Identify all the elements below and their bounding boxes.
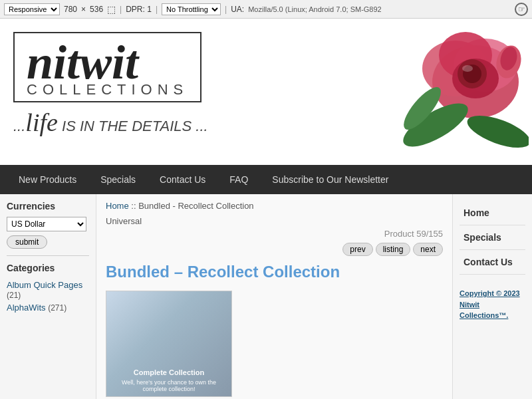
- currency-submit-button[interactable]: submit: [7, 235, 47, 249]
- tagline-life: life: [25, 108, 58, 136]
- nav-faq[interactable]: FAQ: [217, 170, 260, 189]
- separator: |: [120, 5, 122, 14]
- viewport-height: 536: [90, 5, 103, 14]
- logo-border: nitwit COLLECTIONS: [13, 32, 201, 102]
- next-button[interactable]: next: [413, 243, 443, 256]
- list-item: Album Quick Pages (21): [7, 279, 89, 301]
- product-area: Complete Collection Well, here's your ch…: [106, 291, 443, 399]
- copyright-line1: Copyright © 2023: [460, 289, 520, 297]
- sidebar-right-nav: Home Specials Contact Us: [460, 201, 525, 275]
- sidebar-right: Home Specials Contact Us Copyright © 202…: [452, 194, 532, 399]
- site-header: nitwit COLLECTIONS ...life IS IN THE DET…: [0, 19, 532, 165]
- breadcrumb-current: Bundled - Recollect Collection: [138, 201, 253, 211]
- nav-newsletter[interactable]: Subscribe to Our Newsletter: [260, 170, 400, 189]
- responsive-select[interactable]: Responsive: [4, 3, 60, 15]
- svg-point-7: [462, 65, 473, 72]
- product-nav-buttons: prev listing next: [106, 243, 443, 256]
- categories-section: Categories Album Quick Pages (21) AlphaW…: [7, 263, 89, 314]
- category-album-quick-pages[interactable]: Album Quick Pages: [7, 280, 82, 290]
- header-logo: nitwit COLLECTIONS ...life IS IN THE DET…: [13, 32, 372, 158]
- product-image: Complete Collection Well, here's your ch…: [106, 291, 232, 397]
- prev-button[interactable]: prev: [342, 243, 372, 256]
- nav-new-products[interactable]: New Products: [7, 170, 88, 189]
- throttle-select[interactable]: No Throttling: [162, 3, 221, 15]
- right-nav-home[interactable]: Home: [460, 201, 525, 225]
- tagline-pre: ...: [13, 118, 25, 134]
- copyright-link[interactable]: Nitwit Collections™.: [460, 301, 508, 320]
- nav-contact-us[interactable]: Contact Us: [148, 170, 217, 189]
- breadcrumb-home[interactable]: Home: [106, 201, 129, 211]
- sidebar-divider: [7, 255, 89, 256]
- listing-button[interactable]: listing: [376, 243, 411, 256]
- viewport-width: 780: [64, 5, 77, 14]
- nav-bar: New Products Specials Contact Us FAQ Sub…: [0, 165, 532, 194]
- image-sublabel: Well, here's your chance to own the comp…: [110, 379, 227, 392]
- categories-title[interactable]: Categories: [7, 263, 89, 273]
- viewport-x: ×: [81, 5, 86, 14]
- right-nav-contact-us[interactable]: Contact Us: [460, 250, 525, 275]
- ua-label: UA:: [231, 5, 244, 14]
- collection-title: Bundled – Recollect Collection: [106, 263, 443, 281]
- category-count: (271): [48, 303, 66, 313]
- screen-icon[interactable]: ⬚: [107, 4, 116, 15]
- main-wrapper: Currencies US Dollar submit Categories A…: [0, 194, 532, 399]
- sidebar-left: Currencies US Dollar submit Categories A…: [0, 194, 96, 399]
- separator2: |: [156, 5, 158, 14]
- right-nav-specials[interactable]: Specials: [460, 225, 525, 250]
- touch-icon[interactable]: ☞: [515, 3, 528, 16]
- browser-toolbar: Responsive 780 × 536 ⬚ | DPR: 1 | No Thr…: [0, 0, 532, 19]
- separator3: |: [225, 5, 227, 14]
- image-label: Complete Collection: [134, 368, 204, 376]
- currency-select[interactable]: US Dollar: [7, 217, 86, 231]
- dpr-label: DPR: 1: [126, 5, 152, 14]
- tagline-post: IS IN THE DETAILS ...: [62, 118, 208, 134]
- ua-value: Mozilla/5.0 (Linux; Android 7.0; SM-G892…: [248, 5, 381, 13]
- category-list: Album Quick Pages (21) AlphaWits (271): [7, 279, 89, 314]
- universal-tag: Universal: [106, 216, 443, 226]
- list-item: AlphaWits (271): [7, 301, 89, 314]
- currencies-title[interactable]: Currencies: [7, 201, 89, 211]
- flower-decoration: [369, 22, 529, 162]
- category-count: (21): [7, 291, 21, 300]
- breadcrumb: Home :: Bundled - Recollect Collection: [106, 201, 443, 211]
- content-center: Home :: Bundled - Recollect Collection U…: [96, 194, 452, 399]
- product-counter: Product 59/155: [106, 229, 443, 239]
- product-image-inner: Complete Collection Well, here's your ch…: [106, 291, 231, 396]
- copyright-text: Copyright © 2023 Nitwit Collections™.: [460, 288, 525, 321]
- category-alphawits[interactable]: AlphaWits: [7, 303, 46, 313]
- logo-collections-text: COLLECTIONS: [27, 81, 188, 98]
- breadcrumb-separator: ::: [131, 201, 136, 211]
- nav-specials[interactable]: Specials: [88, 170, 148, 189]
- logo-tagline: ...life IS IN THE DETAILS ...: [13, 108, 372, 137]
- logo-script-text: nitwit: [27, 39, 188, 86]
